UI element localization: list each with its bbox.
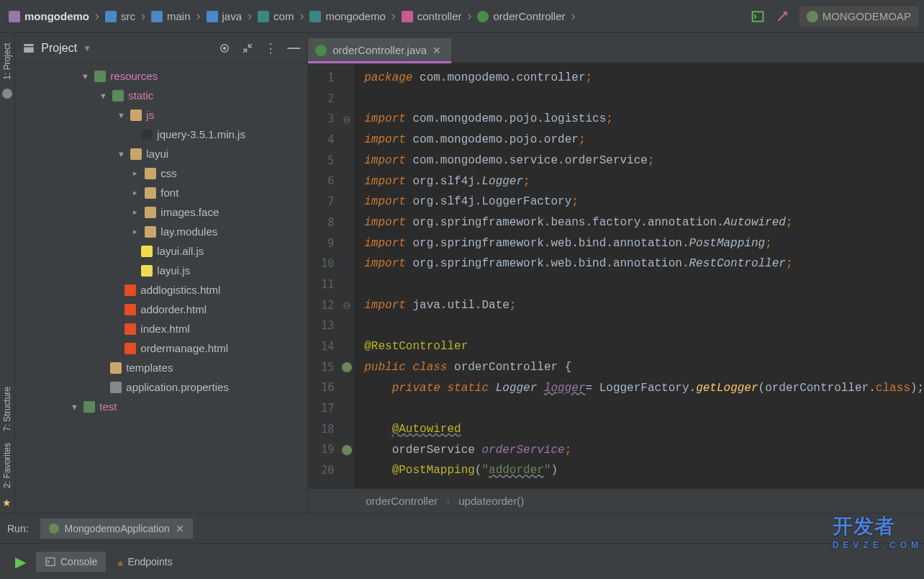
- star-icon[interactable]: ★: [2, 497, 12, 508]
- label: lay.modules: [160, 225, 217, 238]
- label: css: [160, 167, 177, 179]
- editor-tab-ordercontroller[interactable]: orderController.java ✕: [308, 38, 451, 62]
- folder-icon: [145, 226, 156, 238]
- label: font: [160, 187, 178, 199]
- label: addlogistics.html: [140, 284, 220, 296]
- tree-laymodules[interactable]: ▸lay.modules: [15, 222, 307, 241]
- run-body: ▶ Console ⟁ Endpoints: [0, 544, 924, 579]
- bc-java[interactable]: java: [222, 10, 243, 22]
- close-icon[interactable]: ✕: [432, 45, 441, 56]
- editor-tabs: orderController.java ✕: [308, 33, 924, 63]
- bc-ordercontroller[interactable]: orderController: [493, 10, 565, 22]
- db-icon[interactable]: [2, 89, 12, 99]
- tree-appprops[interactable]: application.properties: [15, 377, 307, 397]
- folder-icon: [145, 168, 156, 179]
- project-title[interactable]: Project: [41, 42, 77, 55]
- tab-label: orderController.java: [332, 44, 427, 56]
- tree-addorder[interactable]: addorder.html: [15, 300, 307, 319]
- endpoints-icon: ⟁: [117, 556, 123, 567]
- collapse-icon[interactable]: [241, 42, 254, 55]
- label: resources: [110, 70, 158, 82]
- tab-favorites[interactable]: 2: Favorites: [2, 437, 12, 494]
- breadcrumb-path[interactable]: mongodemo› src› main› java› com› mongode…: [6, 9, 579, 24]
- tree-js[interactable]: ▼js: [15, 105, 307, 125]
- tree-layui[interactable]: ▼layui: [15, 144, 307, 163]
- tree-index[interactable]: index.html: [15, 319, 307, 338]
- attach-icon[interactable]: [775, 9, 789, 24]
- bc-controller[interactable]: controller: [417, 10, 462, 22]
- project-tree[interactable]: ▼resources ▼static ▼js jquery-3.5.1.min.…: [15, 63, 307, 513]
- close-icon[interactable]: ✕: [176, 523, 184, 534]
- bc-src[interactable]: src: [121, 10, 135, 22]
- tree-static[interactable]: ▼static: [15, 86, 307, 105]
- tree-images[interactable]: ▸images.face: [15, 202, 307, 222]
- editor-body[interactable]: 1234567891011121314151617181920 ⊖⊖ packa…: [308, 63, 924, 488]
- bean-icon[interactable]: [342, 445, 352, 455]
- run-tab-app[interactable]: MongodemoApplication ✕: [40, 519, 193, 539]
- folder-icon: [83, 401, 95, 413]
- editor-breadcrumb[interactable]: orderController › updateorder(): [308, 488, 924, 513]
- html-icon: [124, 304, 136, 315]
- terminal-icon[interactable]: [751, 9, 765, 24]
- tree-ordermanage[interactable]: ordermanage.html: [15, 338, 307, 358]
- folder-icon: [94, 71, 106, 82]
- label: images.face: [160, 206, 219, 218]
- label: index.html: [140, 323, 189, 335]
- js-icon: [141, 246, 153, 257]
- html-icon: [124, 284, 136, 296]
- label: layui.js: [157, 264, 190, 277]
- folder-icon: [145, 187, 156, 199]
- package-icon: [258, 11, 269, 22]
- package-icon: [402, 11, 413, 22]
- tree-css[interactable]: ▸css: [15, 163, 307, 183]
- tree-resources[interactable]: ▼resources: [15, 66, 307, 86]
- folder-icon: [151, 11, 163, 22]
- chevron-down-icon[interactable]: ▼: [83, 43, 91, 53]
- select-opened-icon[interactable]: [218, 42, 231, 55]
- bc-main[interactable]: main: [167, 10, 191, 22]
- gutter-icons: ⊖⊖: [340, 63, 354, 488]
- tree-templates[interactable]: templates: [15, 358, 307, 377]
- rerun-button[interactable]: ▶: [7, 549, 33, 575]
- folder-icon: [110, 362, 122, 374]
- bc-com[interactable]: com: [273, 10, 294, 22]
- tree-test[interactable]: ▼test: [15, 397, 307, 416]
- endpoints-label: Endpoints: [127, 556, 172, 567]
- console-tab[interactable]: Console: [36, 552, 106, 572]
- bean-icon[interactable]: [342, 362, 352, 372]
- folder-icon: [112, 90, 124, 102]
- class-icon: [315, 45, 327, 56]
- tab-project[interactable]: 1: Project: [2, 37, 12, 86]
- left-tool-stripe: 1: Project 7: Structure 2: Favorites ★: [0, 33, 15, 513]
- run-config-label: MONGODEMOAP: [823, 10, 911, 22]
- crumb-class[interactable]: orderController: [366, 495, 438, 507]
- more-icon[interactable]: ⋮: [264, 40, 277, 56]
- minimize-icon[interactable]: —: [287, 40, 300, 55]
- run-configuration[interactable]: MONGODEMOAP: [800, 6, 918, 27]
- tree-font[interactable]: ▸font: [15, 183, 307, 202]
- spring-icon: [49, 524, 59, 534]
- tree-addlogistics[interactable]: addlogistics.html: [15, 280, 307, 300]
- label: layui.all.js: [157, 245, 204, 257]
- endpoints-tab[interactable]: ⟁ Endpoints: [109, 552, 181, 572]
- crumb-method[interactable]: updateorder(): [458, 495, 524, 507]
- label: templates: [126, 362, 173, 374]
- folder-icon: [130, 109, 142, 121]
- label: jquery-3.5.1.min.js: [157, 128, 245, 140]
- line-numbers: 1234567891011121314151617181920: [308, 63, 340, 488]
- spring-icon: [807, 11, 818, 22]
- folder-icon: [105, 11, 117, 22]
- bc-mongodemo[interactable]: mongodemo: [24, 10, 89, 22]
- code-content[interactable]: package com.mongodemo.controller; import…: [354, 63, 924, 488]
- run-label: Run:: [7, 523, 29, 534]
- tree-jquery[interactable]: jquery-3.5.1.min.js: [15, 125, 307, 144]
- svg-rect-0: [752, 12, 763, 21]
- console-label: Console: [60, 556, 97, 567]
- label: addorder.html: [140, 303, 207, 315]
- bc-mongodemo-pkg[interactable]: mongodemo: [325, 10, 385, 22]
- svg-rect-1: [24, 44, 35, 46]
- tab-structure[interactable]: 7: Structure: [2, 381, 12, 437]
- tree-layuiall[interactable]: layui.all.js: [15, 241, 307, 261]
- label: test: [99, 400, 117, 413]
- tree-layuijs[interactable]: layui.js: [15, 261, 307, 280]
